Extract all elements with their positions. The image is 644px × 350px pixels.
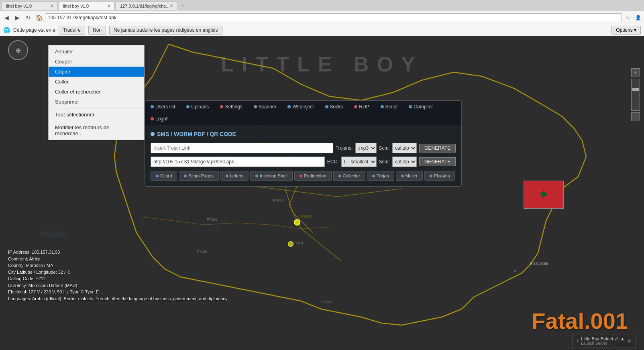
main-panel: Users list Uploads Settings Scanner WebI… <box>145 100 462 187</box>
tab-letters[interactable]: Letters <box>220 171 249 181</box>
translation-bar: 🌐 Cette page est en a Traduire Non Ne ja… <box>0 24 644 36</box>
apk-url-input[interactable] <box>151 157 325 167</box>
tab-2[interactable]: littel boy v1.0 ✕ <box>59 1 115 10</box>
title-dot <box>151 132 155 136</box>
context-couper[interactable]: Couper <box>49 57 144 67</box>
svg-text:P7181: P7181 <box>321 300 332 304</box>
generate2-button[interactable]: GENERATE <box>419 157 456 166</box>
translate-button[interactable]: Traduire <box>59 26 85 35</box>
zoom-in-button[interactable]: + <box>631 68 640 77</box>
svg-text:●: ● <box>514 269 516 273</box>
mailer-dot <box>401 175 404 177</box>
nav-settings[interactable]: Settings <box>214 101 248 113</box>
generate1-button[interactable]: GENERATE <box>419 144 456 153</box>
context-tout-selectionner[interactable]: Tout sélectionner <box>49 110 144 120</box>
apk-url-row: ECC: L - smallest Scm: caf.zip GENERATE <box>151 157 456 167</box>
nav-logoff[interactable]: Logoff <box>145 113 174 125</box>
tab-ccard[interactable]: Ccard <box>151 171 177 181</box>
browser-chrome: littel boy v1.0 ✕ littel boy v1.0 ✕ 127.… <box>0 0 644 36</box>
settings-dot <box>220 105 223 108</box>
webinject-label: WebInject <box>292 104 314 110</box>
scm2-select[interactable]: caf.zip <box>392 157 417 167</box>
tab-plugins[interactable]: Plug-ins <box>424 171 455 181</box>
trojan-link-input[interactable] <box>151 143 333 153</box>
users-list-label: Users list <box>155 104 175 110</box>
trojans-select[interactable]: .mp3 <box>355 143 377 153</box>
zoom-slider[interactable] <box>631 79 640 111</box>
svg-text:P7160: P7160 <box>273 198 283 202</box>
nav-socks[interactable]: Socks <box>320 101 349 113</box>
context-coller[interactable]: Coller <box>49 77 144 87</box>
tab-2-close[interactable]: ✕ <box>107 4 110 8</box>
back-button[interactable]: ◀ <box>2 13 11 22</box>
translation-options-button[interactable]: Options ▾ <box>611 26 641 35</box>
continent: Continent: Africa <box>8 256 227 262</box>
lat-lon: City Latitude / Longitude: 32 / -5 <box>8 269 227 276</box>
context-moteurs-recherche[interactable]: Modifier les moteurs de recherche... <box>49 122 144 138</box>
bookmark-icon[interactable]: ☆ <box>623 13 632 22</box>
panel-title: SMS / WORM PDF / QR CODE <box>151 131 456 137</box>
nav-scanner[interactable]: Scanner <box>248 101 282 113</box>
tab-injection-shell[interactable]: Injection Shell <box>250 171 293 181</box>
map-area: P7161 P7160 P7100 P7160 P7151 P7181 Atla… <box>0 36 644 350</box>
logoff-dot <box>151 117 154 120</box>
user-icon[interactable]: 👤 <box>634 13 642 22</box>
nav-uploads[interactable]: Uploads <box>181 101 214 113</box>
lb-title: Little Boy Botnet v1 ▲ <box>581 336 625 341</box>
zoom-thumb <box>632 88 639 91</box>
tab-redirection[interactable]: Redirection <box>294 171 332 181</box>
injection-shell-dot <box>255 175 258 177</box>
map-nav-widget[interactable]: ⊕ <box>8 40 28 60</box>
zoom-out-button[interactable]: − <box>631 112 640 121</box>
translate-icon: 🌐 <box>3 27 10 33</box>
tab-3[interactable]: 127.0.0.1/d1/loging/che... ✕ <box>116 1 177 10</box>
tab-bar: littel boy v1.0 ✕ littel boy v1.0 ✕ 127.… <box>0 0 644 11</box>
nav-compiler[interactable]: Compiler <box>403 101 438 113</box>
context-copier[interactable]: Copier <box>49 67 144 77</box>
tab-1-close[interactable]: ✕ <box>50 4 53 8</box>
ecc-select[interactable]: L - smallest <box>341 157 377 167</box>
nav-users-list[interactable]: Users list <box>145 101 181 113</box>
rdp-label: RDP <box>359 104 369 110</box>
forward-button[interactable]: ▶ <box>12 13 22 22</box>
tab-collector[interactable]: Collector <box>333 171 365 181</box>
tab-trojan[interactable]: Trojan <box>367 171 394 181</box>
refresh-button[interactable]: ↻ <box>23 13 33 22</box>
lb-notification-content: Little Boy Botnet v1 ▲ Launch Server ... <box>581 336 625 346</box>
scm1-label: Scm: <box>379 145 390 151</box>
tab-1[interactable]: littel boy v1.0 ✕ <box>2 1 58 10</box>
svg-text:P7151: P7151 <box>293 241 304 245</box>
lb-close-button[interactable]: ✕ <box>627 338 632 344</box>
nav-webinject[interactable]: WebInject <box>282 101 319 113</box>
nav-rdp[interactable]: RDP <box>348 101 375 113</box>
tab-mailer[interactable]: Mailer <box>396 171 423 181</box>
address-bar[interactable] <box>45 13 622 22</box>
context-annuler[interactable]: Annuler <box>49 47 144 57</box>
fatal-watermark: Fatal.001 <box>532 308 628 334</box>
context-supprimer[interactable]: Supprimer <box>49 97 144 107</box>
lb-subtitle: Launch Server ... <box>581 341 625 346</box>
tab-3-close[interactable]: ✕ <box>170 4 173 8</box>
scanner-dot <box>254 105 257 108</box>
context-coller-rechercher[interactable]: Coller et rechercher <box>49 87 144 97</box>
no-translate-button[interactable]: Non <box>88 26 106 35</box>
scm1-select[interactable]: caf.zip <box>392 143 417 153</box>
scm2-label: Scm: <box>379 159 390 165</box>
nav-bar: ◀ ▶ ↻ 🏠 ☆ 👤 <box>0 11 644 24</box>
never-translate-button[interactable]: Ne jamais traduire les pages rédigées en… <box>109 26 222 35</box>
svg-point-8 <box>294 220 300 225</box>
ccard-label: Ccard <box>160 173 172 178</box>
languages: Languages: Arabic (official), Berber dia… <box>8 295 227 302</box>
plugins-dot <box>430 175 432 177</box>
tab-3-label: 127.0.0.1/d1/loging/che... <box>120 4 170 8</box>
new-tab-button[interactable]: + <box>178 1 188 10</box>
tab-scam-pages[interactable]: Scam Pages <box>179 171 218 181</box>
nav-script[interactable]: Script <box>375 101 404 113</box>
ccard-dot <box>156 175 159 177</box>
socks-dot <box>325 105 328 108</box>
script-dot <box>381 105 384 108</box>
script-label: Script <box>385 104 398 110</box>
home-button[interactable]: 🏠 <box>34 13 44 22</box>
ip-address: IP Address: 105.157.31.93 <box>8 249 227 256</box>
trojans-label: Trojans: <box>336 145 353 151</box>
